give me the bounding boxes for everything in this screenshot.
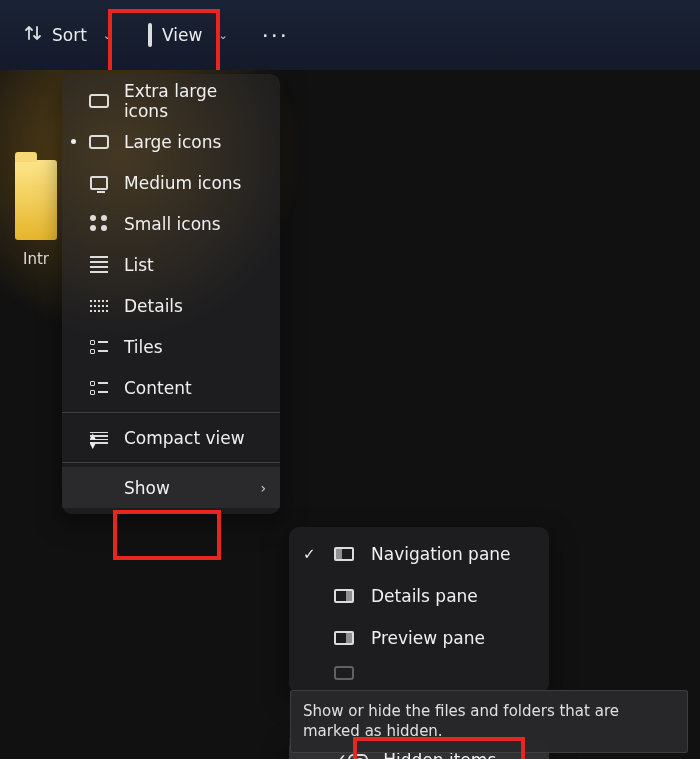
chevron-down-icon: ⌄ [103,29,112,42]
menu-item-navigation-pane[interactable]: ✓ Navigation pane [289,533,549,575]
menu-item-medium-icons[interactable]: Medium icons [62,162,280,203]
content-icon [88,377,110,399]
menu-item-label: Details [124,296,183,316]
menu-item-tiles[interactable]: Tiles [62,326,280,367]
menu-item-compact-view[interactable]: ▴▾ Compact view [62,417,280,458]
menu-item-label: Content [124,378,192,398]
menu-item-label: Navigation pane [371,544,511,564]
menu-item-label: Medium icons [124,173,241,193]
menu-item-details[interactable]: Details [62,285,280,326]
view-label: View [162,25,202,45]
chevron-down-icon: ⌄ [218,29,227,42]
content-area: Intr Extra large icons Large icons Mediu… [0,70,700,759]
toolbar: Sort ⌄ View ⌄ ··· [0,0,700,70]
panel-icon [88,131,110,153]
menu-item-list[interactable]: List [62,244,280,285]
menu-item-label: Compact view [124,428,245,448]
folder-icon [15,160,57,240]
menu-item-label: Details pane [371,586,478,606]
menu-item-label: Extra large icons [124,81,266,121]
menu-item-details-pane[interactable]: Details pane [289,575,549,617]
menu-item-label: Preview pane [371,628,485,648]
tiles-icon [88,336,110,358]
chevron-right-icon: › [260,480,266,496]
panel-icon [88,90,110,112]
blank-icon [88,477,110,499]
folder-label: Intr [6,250,66,268]
menu-item-preview-pane[interactable]: Preview pane [289,617,549,659]
grid4-icon [88,213,110,235]
menu-separator [62,412,280,413]
selected-bullet [71,139,76,144]
list-icon [88,254,110,276]
view-menu: Extra large icons Large icons Medium ico… [62,74,280,514]
sort-icon [24,25,42,45]
pane-right-icon [333,627,355,649]
menu-item-extra-large-icons[interactable]: Extra large icons [62,80,280,121]
more-button[interactable]: ··· [250,15,301,56]
tooltip-text: Show or hide the files and folders that … [303,702,619,740]
highlight-show-item [113,510,221,560]
check-icon: ✓ [303,545,316,563]
folder-icon [333,662,355,684]
menu-item-label: List [124,255,154,275]
sort-button[interactable]: Sort ⌄ [10,17,126,53]
menu-item-show[interactable]: Show › [62,467,280,508]
menu-item-label: Show [124,478,170,498]
tooltip-hidden-items: Show or hide the files and folders that … [290,690,688,753]
show-submenu: ✓ Navigation pane Details pane Preview p… [289,527,549,693]
details-icon [88,295,110,317]
menu-item-label: Tiles [124,337,163,357]
menu-item-obscured[interactable] [289,659,549,687]
monitor-icon [88,172,110,194]
view-button[interactable]: View ⌄ [134,17,242,53]
menu-separator [62,462,280,463]
menu-item-small-icons[interactable]: Small icons [62,203,280,244]
sort-label: Sort [52,25,87,45]
menu-item-content[interactable]: Content [62,367,280,408]
menu-item-label: Large icons [124,132,221,152]
pane-left-icon [333,543,355,565]
compact-icon: ▴▾ [88,427,110,449]
folder-item[interactable]: Intr [6,160,66,268]
view-icon [148,25,152,45]
menu-item-large-icons[interactable]: Large icons [62,121,280,162]
pane-right-icon [333,585,355,607]
menu-item-label: Small icons [124,214,221,234]
